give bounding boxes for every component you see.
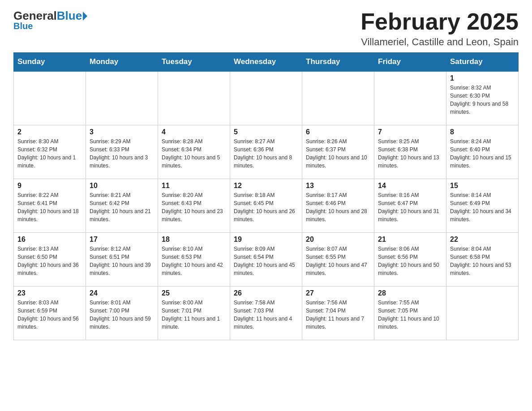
day-info: Sunrise: 8:29 AMSunset: 6:33 PMDaylight:… xyxy=(90,137,154,170)
calendar-cell: 11Sunrise: 8:20 AMSunset: 6:43 PMDayligh… xyxy=(158,179,230,232)
logo-blue-text: Blue xyxy=(57,9,82,23)
calendar-cell: 7Sunrise: 8:25 AMSunset: 6:38 PMDaylight… xyxy=(374,125,446,179)
calendar-week-1: 1Sunrise: 8:32 AMSunset: 6:30 PMDaylight… xyxy=(14,71,519,125)
calendar-cell: 28Sunrise: 7:55 AMSunset: 7:05 PMDayligh… xyxy=(374,286,446,340)
day-info: Sunrise: 8:20 AMSunset: 6:43 PMDaylight:… xyxy=(162,191,226,223)
calendar-cell: 22Sunrise: 8:04 AMSunset: 6:58 PMDayligh… xyxy=(446,232,519,286)
month-title: February 2025 xyxy=(360,9,519,34)
calendar-cell xyxy=(86,71,158,125)
calendar-cell: 5Sunrise: 8:27 AMSunset: 6:36 PMDaylight… xyxy=(230,125,302,179)
day-number: 1 xyxy=(450,74,515,82)
calendar-cell: 18Sunrise: 8:10 AMSunset: 6:53 PMDayligh… xyxy=(158,232,230,286)
day-number: 21 xyxy=(378,235,442,244)
day-info: Sunrise: 8:07 AMSunset: 6:55 PMDaylight:… xyxy=(306,245,370,277)
day-info: Sunrise: 8:32 AMSunset: 6:30 PMDaylight:… xyxy=(450,84,515,116)
calendar-cell: 16Sunrise: 8:13 AMSunset: 6:50 PMDayligh… xyxy=(14,232,86,286)
day-info: Sunrise: 8:06 AMSunset: 6:56 PMDaylight:… xyxy=(378,245,442,277)
day-number: 3 xyxy=(90,128,154,136)
weekday-header-friday: Friday xyxy=(374,53,446,72)
weekday-header-sunday: Sunday xyxy=(14,53,86,72)
day-number: 7 xyxy=(378,128,442,136)
calendar-cell: 12Sunrise: 8:18 AMSunset: 6:45 PMDayligh… xyxy=(230,179,302,232)
day-number: 22 xyxy=(450,235,515,244)
day-info: Sunrise: 8:13 AMSunset: 6:50 PMDaylight:… xyxy=(17,245,82,277)
weekday-row: SundayMondayTuesdayWednesdayThursdayFrid… xyxy=(14,53,519,72)
day-number: 15 xyxy=(450,182,515,190)
title-block: February 2025 Villameriel, Castille and … xyxy=(360,9,519,48)
weekday-header-monday: Monday xyxy=(86,53,158,72)
day-number: 5 xyxy=(234,128,298,136)
calendar-cell xyxy=(446,286,519,340)
calendar-cell xyxy=(374,71,446,125)
day-number: 23 xyxy=(17,289,82,297)
calendar-cell: 27Sunrise: 7:56 AMSunset: 7:04 PMDayligh… xyxy=(302,286,374,340)
day-number: 16 xyxy=(17,235,82,244)
weekday-header-tuesday: Tuesday xyxy=(158,53,230,72)
calendar-cell: 15Sunrise: 8:14 AMSunset: 6:49 PMDayligh… xyxy=(446,179,519,232)
calendar-cell: 6Sunrise: 8:26 AMSunset: 6:37 PMDaylight… xyxy=(302,125,374,179)
day-number: 20 xyxy=(306,235,370,244)
day-info: Sunrise: 8:01 AMSunset: 7:00 PMDaylight:… xyxy=(90,299,154,331)
day-info: Sunrise: 8:28 AMSunset: 6:34 PMDaylight:… xyxy=(162,137,226,170)
day-number: 8 xyxy=(450,128,515,136)
day-info: Sunrise: 8:00 AMSunset: 7:01 PMDaylight:… xyxy=(162,299,226,331)
day-number: 19 xyxy=(234,235,298,244)
day-number: 9 xyxy=(17,182,82,190)
calendar-cell: 24Sunrise: 8:01 AMSunset: 7:00 PMDayligh… xyxy=(86,286,158,340)
calendar-cell: 13Sunrise: 8:17 AMSunset: 6:46 PMDayligh… xyxy=(302,179,374,232)
calendar-cell: 17Sunrise: 8:12 AMSunset: 6:51 PMDayligh… xyxy=(86,232,158,286)
day-number: 17 xyxy=(90,235,154,244)
day-info: Sunrise: 7:55 AMSunset: 7:05 PMDaylight:… xyxy=(378,299,442,331)
day-info: Sunrise: 8:12 AMSunset: 6:51 PMDaylight:… xyxy=(90,245,154,277)
calendar-cell xyxy=(302,71,374,125)
weekday-header-saturday: Saturday xyxy=(446,53,519,72)
day-info: Sunrise: 8:18 AMSunset: 6:45 PMDaylight:… xyxy=(234,191,298,223)
day-info: Sunrise: 8:30 AMSunset: 6:32 PMDaylight:… xyxy=(17,137,82,170)
calendar-cell xyxy=(230,71,302,125)
location-title: Villameriel, Castille and Leon, Spain xyxy=(360,36,519,48)
day-info: Sunrise: 8:16 AMSunset: 6:47 PMDaylight:… xyxy=(378,191,442,223)
calendar-cell xyxy=(158,71,230,125)
day-number: 13 xyxy=(306,182,370,190)
day-number: 4 xyxy=(162,128,226,136)
day-number: 24 xyxy=(90,289,154,297)
day-number: 25 xyxy=(162,289,226,297)
calendar-body: 1Sunrise: 8:32 AMSunset: 6:30 PMDaylight… xyxy=(14,71,519,340)
day-info: Sunrise: 8:04 AMSunset: 6:58 PMDaylight:… xyxy=(450,245,515,277)
day-info: Sunrise: 8:10 AMSunset: 6:53 PMDaylight:… xyxy=(162,245,226,277)
calendar-week-4: 16Sunrise: 8:13 AMSunset: 6:50 PMDayligh… xyxy=(14,232,519,286)
calendar-cell: 21Sunrise: 8:06 AMSunset: 6:56 PMDayligh… xyxy=(374,232,446,286)
day-number: 27 xyxy=(306,289,370,297)
day-number: 18 xyxy=(162,235,226,244)
day-number: 11 xyxy=(162,182,226,190)
day-info: Sunrise: 8:22 AMSunset: 6:41 PMDaylight:… xyxy=(17,191,82,223)
calendar-header: SundayMondayTuesdayWednesdayThursdayFrid… xyxy=(14,53,519,72)
day-number: 10 xyxy=(90,182,154,190)
calendar-cell: 2Sunrise: 8:30 AMSunset: 6:32 PMDaylight… xyxy=(14,125,86,179)
calendar-cell: 3Sunrise: 8:29 AMSunset: 6:33 PMDaylight… xyxy=(86,125,158,179)
calendar-cell: 9Sunrise: 8:22 AMSunset: 6:41 PMDaylight… xyxy=(14,179,86,232)
calendar-cell xyxy=(14,71,86,125)
calendar-cell: 26Sunrise: 7:58 AMSunset: 7:03 PMDayligh… xyxy=(230,286,302,340)
day-number: 14 xyxy=(378,182,442,190)
calendar-cell: 20Sunrise: 8:07 AMSunset: 6:55 PMDayligh… xyxy=(302,232,374,286)
calendar-cell: 1Sunrise: 8:32 AMSunset: 6:30 PMDaylight… xyxy=(446,71,519,125)
calendar-cell: 19Sunrise: 8:09 AMSunset: 6:54 PMDayligh… xyxy=(230,232,302,286)
logo-arrow-icon xyxy=(83,12,87,21)
calendar-table: SundayMondayTuesdayWednesdayThursdayFrid… xyxy=(13,52,519,340)
calendar-week-3: 9Sunrise: 8:22 AMSunset: 6:41 PMDaylight… xyxy=(14,179,519,232)
calendar-cell: 4Sunrise: 8:28 AMSunset: 6:34 PMDaylight… xyxy=(158,125,230,179)
logo-subtitle: Blue xyxy=(13,21,33,31)
day-number: 6 xyxy=(306,128,370,136)
calendar-cell: 10Sunrise: 8:21 AMSunset: 6:42 PMDayligh… xyxy=(86,179,158,232)
calendar-week-5: 23Sunrise: 8:03 AMSunset: 6:59 PMDayligh… xyxy=(14,286,519,340)
calendar-cell: 14Sunrise: 8:16 AMSunset: 6:47 PMDayligh… xyxy=(374,179,446,232)
day-info: Sunrise: 8:24 AMSunset: 6:40 PMDaylight:… xyxy=(450,137,515,170)
day-number: 2 xyxy=(17,128,82,136)
page-header: GeneralBlue Blue February 2025 Villameri… xyxy=(13,9,519,48)
day-info: Sunrise: 7:58 AMSunset: 7:03 PMDaylight:… xyxy=(234,299,298,331)
day-number: 28 xyxy=(378,289,442,297)
day-info: Sunrise: 8:17 AMSunset: 6:46 PMDaylight:… xyxy=(306,191,370,223)
day-info: Sunrise: 8:09 AMSunset: 6:54 PMDaylight:… xyxy=(234,245,298,277)
day-info: Sunrise: 8:26 AMSunset: 6:37 PMDaylight:… xyxy=(306,137,370,170)
